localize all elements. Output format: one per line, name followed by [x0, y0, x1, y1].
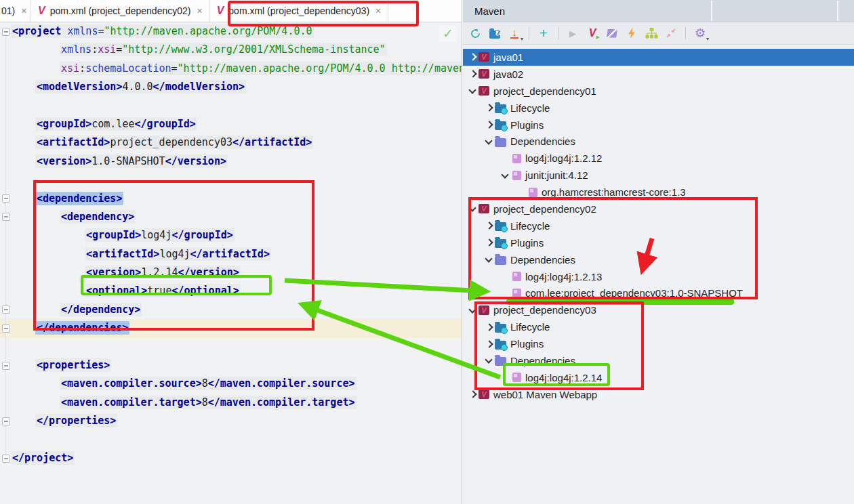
code-line[interactable]: xsi:schemaLocation="http://maven.apache.…: [0, 60, 462, 78]
code-line[interactable]: <project xmlns="http://maven.apache.org/…: [0, 22, 462, 41]
execute-maven-goal-icon[interactable]: [585, 26, 600, 41]
skip-tests-icon[interactable]: [624, 26, 639, 41]
inspections-ok-icon[interactable]: ✓: [439, 25, 457, 43]
code-line[interactable]: <maven.compiler.source>8</maven.compiler…: [0, 375, 462, 393]
chevron-down-icon[interactable]: [483, 355, 495, 366]
code-line[interactable]: <dependency>: [0, 208, 462, 226]
fold-marker[interactable]: [2, 28, 10, 36]
code-line[interactable]: <optional>true</optional>: [0, 282, 462, 300]
code-line[interactable]: <dependencies>: [0, 190, 462, 208]
code-line[interactable]: <properties>: [0, 356, 462, 375]
fold-marker[interactable]: [2, 194, 10, 203]
chevron-right-icon[interactable]: [483, 339, 495, 350]
dependency-graph-icon[interactable]: [644, 26, 659, 41]
tab-label: 01): [1, 5, 15, 16]
tree-label: project_dependency03: [493, 304, 596, 316]
tree-label: java01: [493, 51, 523, 63]
tree-item-log4j-1214[interactable]: log4j:log4j:1.2.14: [463, 369, 854, 386]
fold-marker[interactable]: [2, 362, 10, 370]
chevron-down-icon[interactable]: [483, 254, 495, 265]
settings-icon[interactable]: ▾: [693, 26, 708, 41]
code-area[interactable]: <project xmlns="http://maven.apache.org/…: [0, 22, 462, 467]
collapse-all-icon[interactable]: [664, 26, 678, 41]
chevron-down-icon[interactable]: [483, 136, 495, 147]
tree-item-project-dependency01[interactable]: project_dependency01: [463, 83, 854, 100]
maven-tool-window: Maven ▾ ▾ java01 java02 project_dependen…: [463, 0, 854, 504]
tree-item-plugins[interactable]: Plugins: [463, 117, 854, 133]
code-line[interactable]: <version>1.0-SNAPSHOT</version>: [0, 152, 462, 171]
code-line[interactable]: <version>1.2.14</version>: [0, 264, 462, 282]
code-line[interactable]: [0, 97, 462, 115]
reimport-icon[interactable]: [468, 26, 483, 41]
tree-item-java01[interactable]: java01: [463, 49, 854, 66]
header-divider: [711, 1, 712, 21]
tree-item-lifecycle[interactable]: Lifecycle: [463, 100, 854, 117]
chevron-down-icon[interactable]: [467, 203, 479, 214]
code-line[interactable]: </properties>: [0, 412, 462, 430]
code-line[interactable]: <maven.compiler.target>8</maven.compiler…: [0, 394, 462, 412]
tree-item-dependencies[interactable]: Dependencies: [463, 352, 854, 369]
tree-item-web01[interactable]: web01 Maven Webapp: [463, 386, 854, 403]
chevron-right-icon[interactable]: [483, 322, 495, 333]
chevron-right-icon[interactable]: [483, 102, 495, 113]
code-line[interactable]: </dependency>: [0, 301, 462, 319]
code-line[interactable]: <modelVersion>4.0.0</modelVersion>: [0, 78, 462, 96]
editor-tab-1[interactable]: 01) ×: [0, 0, 31, 22]
code-line[interactable]: <artifactId>project_dependency03</artifa…: [0, 133, 462, 152]
chevron-right-icon[interactable]: [467, 68, 479, 79]
offline-mode-icon[interactable]: [605, 26, 619, 41]
add-maven-project-icon[interactable]: [536, 26, 551, 41]
tree-item-lifecycle[interactable]: Lifecycle: [463, 318, 854, 335]
tree-item-plugins[interactable]: Plugins: [463, 335, 854, 352]
editor-tab-2[interactable]: V pom.xml (project_dependency02) ×: [31, 0, 210, 22]
tree-label: log4j:log4j:1.2.14: [525, 372, 602, 383]
fold-marker[interactable]: [2, 213, 10, 221]
editor-tab-3[interactable]: V pom.xml (project_dependency03) ×: [210, 0, 389, 22]
close-icon[interactable]: ×: [21, 5, 26, 16]
tree-item-dependencies[interactable]: Dependencies: [463, 133, 854, 150]
plugins-folder-icon: [495, 239, 506, 248]
code-line[interactable]: [0, 171, 462, 189]
chevron-right-icon[interactable]: [483, 237, 495, 248]
code-line[interactable]: <groupId>log4j</groupId>: [0, 226, 462, 245]
code-line[interactable]: [0, 431, 462, 449]
tree-item-project-dependency03[interactable]: project_dependency03: [463, 301, 854, 318]
tree-item-hamcrest[interactable]: org.hamcrest:hamcrest-core:1.3: [463, 184, 854, 201]
download-sources-icon[interactable]: ▾: [507, 26, 522, 41]
chevron-down-icon[interactable]: [467, 85, 479, 96]
tree-item-log4j-1212[interactable]: log4j:log4j:1.2.12: [463, 150, 854, 167]
close-icon[interactable]: ×: [375, 5, 381, 16]
code-line[interactable]: </project>: [0, 449, 462, 467]
tree-item-log4j-1213[interactable]: log4j:log4j:1.2.13: [463, 268, 854, 285]
run-icon[interactable]: [565, 26, 580, 41]
fold-marker[interactable]: [2, 306, 10, 314]
generate-sources-icon[interactable]: [487, 26, 502, 41]
tree-item-project-dependency02[interactable]: project_dependency02: [463, 201, 854, 217]
chevron-right-icon[interactable]: [467, 389, 479, 400]
chevron-right-icon[interactable]: [467, 51, 479, 62]
maven-module-icon: [479, 204, 489, 213]
chevron-down-icon[interactable]: [500, 170, 511, 181]
toolbar-divider: [529, 27, 529, 39]
library-icon: [512, 171, 521, 180]
close-icon[interactable]: ×: [197, 5, 202, 16]
fold-marker[interactable]: [2, 417, 10, 425]
tree-item-plugins[interactable]: Plugins: [463, 234, 854, 251]
dependencies-folder-icon: [495, 256, 506, 265]
chevron-right-icon[interactable]: [483, 119, 495, 130]
tree-item-dependencies[interactable]: Dependencies: [463, 251, 854, 268]
fold-marker[interactable]: [2, 324, 10, 333]
chevron-down-icon[interactable]: [467, 305, 479, 316]
code-line-current[interactable]: </dependencies>: [0, 319, 462, 337]
code-line[interactable]: xmlns:xsi="http://www.w3.org/2001/XMLSch…: [0, 41, 462, 59]
code-line[interactable]: <groupId>com.lee</groupId>: [0, 115, 462, 133]
fold-marker[interactable]: [2, 455, 10, 463]
code-line[interactable]: [0, 338, 462, 356]
tree-item-comlee-pd03[interactable]: com.lee:project_dependency03:1.0-SNAPSHO…: [463, 285, 854, 301]
code-line[interactable]: <artifactId>log4j</artifactId>: [0, 245, 462, 264]
tree-item-java02[interactable]: java02: [463, 66, 854, 83]
chevron-none: [500, 288, 511, 299]
tree-item-lifecycle[interactable]: Lifecycle: [463, 217, 854, 234]
tree-item-junit[interactable]: junit:junit:4.12: [463, 167, 854, 184]
chevron-right-icon[interactable]: [483, 220, 495, 231]
